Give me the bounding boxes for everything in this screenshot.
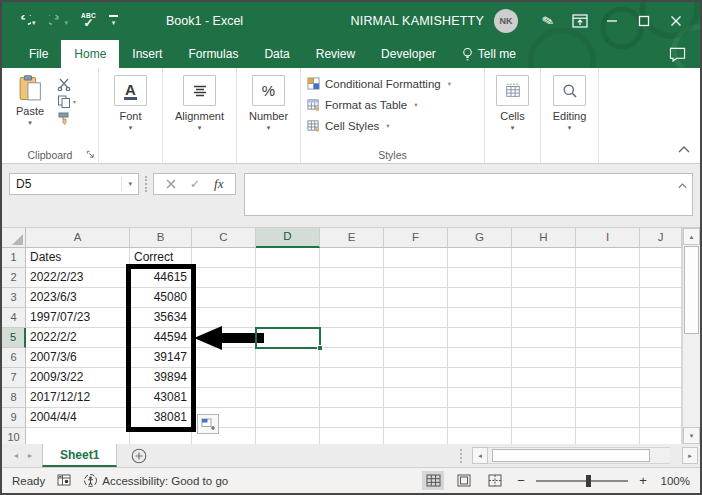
column-header-c[interactable]: C xyxy=(192,228,256,248)
cell-D9[interactable] xyxy=(256,408,320,428)
cell-H6[interactable] xyxy=(512,348,576,368)
pen-button[interactable]: ✎ xyxy=(532,8,564,34)
cell-E9[interactable] xyxy=(320,408,384,428)
row-header-4[interactable]: 4 xyxy=(2,308,26,328)
cell-I8[interactable] xyxy=(576,388,640,408)
cell-G9[interactable] xyxy=(448,408,512,428)
cell-C1[interactable] xyxy=(192,248,256,268)
cell-H8[interactable] xyxy=(512,388,576,408)
cell-G7[interactable] xyxy=(448,368,512,388)
cell-E8[interactable] xyxy=(320,388,384,408)
cell-J2[interactable] xyxy=(640,268,682,288)
column-header-a[interactable]: A xyxy=(26,228,130,248)
cell-B4[interactable]: 35634 xyxy=(130,308,192,328)
cell-E5[interactable] xyxy=(320,328,384,348)
cell-B3[interactable]: 45080 xyxy=(130,288,192,308)
cell-A10[interactable] xyxy=(26,428,130,444)
next-sheet-button[interactable]: ▸ xyxy=(28,451,32,460)
row-header-10[interactable]: 10 xyxy=(2,428,26,444)
cell-F7[interactable] xyxy=(384,368,448,388)
cell-D7[interactable] xyxy=(256,368,320,388)
zoom-out-button[interactable]: − xyxy=(515,473,527,488)
editing-group-button[interactable]: Editing ▾ xyxy=(541,68,599,163)
cell-J8[interactable] xyxy=(640,388,682,408)
cell-G1[interactable] xyxy=(448,248,512,268)
cell-F6[interactable] xyxy=(384,348,448,368)
cell-F4[interactable] xyxy=(384,308,448,328)
scroll-left-button[interactable]: ◂ xyxy=(472,447,488,464)
cell-J1[interactable] xyxy=(640,248,682,268)
tab-developer[interactable]: Developer xyxy=(368,40,449,68)
feedback-button[interactable] xyxy=(669,40,686,68)
cell-D3[interactable] xyxy=(256,288,320,308)
cell-F5[interactable] xyxy=(384,328,448,348)
row-header-8[interactable]: 8 xyxy=(2,388,26,408)
cell-H7[interactable] xyxy=(512,368,576,388)
cell-A7[interactable]: 2009/3/22 xyxy=(26,368,130,388)
user-name[interactable]: NIRMAL KAMISHETTY xyxy=(350,14,484,28)
clipboard-dialog-launcher[interactable] xyxy=(86,149,95,161)
column-header-g[interactable]: G xyxy=(448,228,512,248)
cell-F1[interactable] xyxy=(384,248,448,268)
cell-D10[interactable] xyxy=(256,428,320,444)
column-header-h[interactable]: H xyxy=(512,228,576,248)
column-header-d[interactable]: D xyxy=(256,228,320,248)
cell-C5[interactable] xyxy=(192,328,256,348)
cell-B5[interactable]: 44594 xyxy=(130,328,192,348)
alignment-group-button[interactable]: Alignment ▾ xyxy=(163,68,237,163)
cell-A6[interactable]: 2007/3/6 xyxy=(26,348,130,368)
cell-C4[interactable] xyxy=(192,308,256,328)
cell-J6[interactable] xyxy=(640,348,682,368)
cell-E3[interactable] xyxy=(320,288,384,308)
cancel-entry-button[interactable] xyxy=(166,179,176,189)
tab-insert[interactable]: Insert xyxy=(119,40,175,68)
vertical-scroll-thumb[interactable] xyxy=(684,246,699,334)
name-box-dropdown-icon[interactable]: ▾ xyxy=(121,177,132,191)
cell-F9[interactable] xyxy=(384,408,448,428)
accessibility-status-button[interactable]: Accessibility: Good to go xyxy=(83,473,228,488)
cell-I9[interactable] xyxy=(576,408,640,428)
scroll-down-button[interactable]: ▾ xyxy=(683,427,700,444)
cell-B9[interactable]: 38081 xyxy=(130,408,192,428)
row-header-5[interactable]: 5 xyxy=(2,328,26,348)
collapse-ribbon-button[interactable] xyxy=(678,139,690,157)
spelling-button[interactable]: ABC ✓ xyxy=(81,13,96,30)
close-button[interactable] xyxy=(660,8,692,34)
copy-button[interactable]: ▾ xyxy=(57,95,76,108)
cell-C7[interactable] xyxy=(192,368,256,388)
cell-E6[interactable] xyxy=(320,348,384,368)
cell-A4[interactable]: 1997/07/23 xyxy=(26,308,130,328)
name-box[interactable]: D5 ▾ xyxy=(9,173,139,195)
cell-H5[interactable] xyxy=(512,328,576,348)
cell-F3[interactable] xyxy=(384,288,448,308)
cell-F10[interactable] xyxy=(384,428,448,444)
cell-A2[interactable]: 2022/2/23 xyxy=(26,268,130,288)
column-header-b[interactable]: B xyxy=(130,228,192,248)
cell-G2[interactable] xyxy=(448,268,512,288)
tab-formulas[interactable]: Formulas xyxy=(175,40,251,68)
cell-H10[interactable] xyxy=(512,428,576,444)
tab-data[interactable]: Data xyxy=(251,40,302,68)
cell-styles-button[interactable]: Cell Styles▾ xyxy=(307,116,484,135)
tab-scrollbar-splitter[interactable] xyxy=(460,449,462,463)
redo-button[interactable]: ▾ xyxy=(49,15,69,28)
fill-handle[interactable] xyxy=(317,345,323,351)
cell-A8[interactable]: 2017/12/12 xyxy=(26,388,130,408)
macro-record-button[interactable] xyxy=(57,474,71,488)
row-header-1[interactable]: 1 xyxy=(2,248,26,268)
zoom-slider-thumb[interactable] xyxy=(586,475,591,487)
cell-G3[interactable] xyxy=(448,288,512,308)
cell-I10[interactable] xyxy=(576,428,640,444)
tab-tell-me[interactable]: Tell me xyxy=(449,40,529,68)
cell-A9[interactable]: 2004/4/4 xyxy=(26,408,130,428)
customize-qat-button[interactable]: ▾ xyxy=(109,15,118,28)
prev-sheet-button[interactable]: ◂ xyxy=(14,451,18,460)
cell-G8[interactable] xyxy=(448,388,512,408)
select-all-corner[interactable] xyxy=(2,228,26,248)
horizontal-scrollbar[interactable]: ◂ ▸ xyxy=(460,444,700,467)
cell-B7[interactable]: 39894 xyxy=(130,368,192,388)
expand-formula-bar-button[interactable] xyxy=(678,178,687,192)
cell-B1[interactable]: Correct xyxy=(130,248,192,268)
insert-function-button[interactable]: fx xyxy=(214,176,223,192)
undo-dropdown[interactable]: ▾ xyxy=(32,18,36,28)
